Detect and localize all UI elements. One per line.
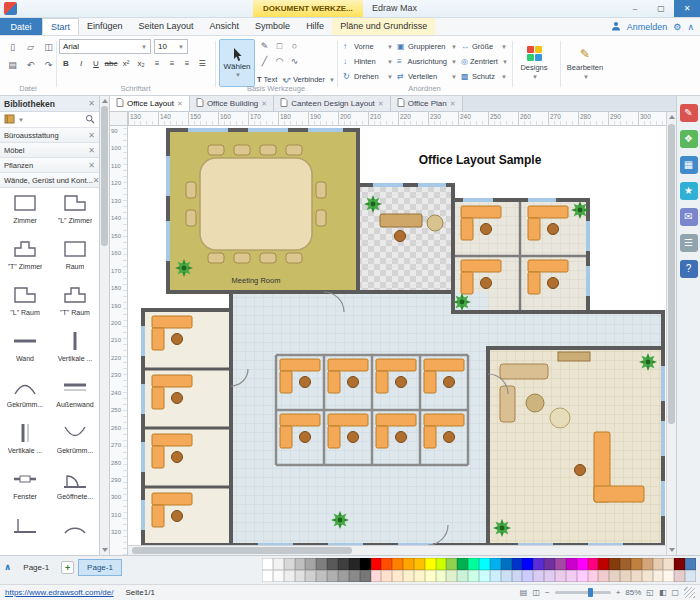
arrange-gruppieren-button[interactable]: ▣Gruppieren▼ — [395, 39, 459, 54]
color-swatch[interactable] — [371, 558, 382, 570]
color-swatch[interactable] — [631, 558, 642, 570]
zoom-slider-thumb[interactable] — [588, 588, 593, 597]
gear-icon[interactable]: ⚙ — [673, 22, 681, 32]
close-button[interactable]: ✕ — [674, 0, 700, 17]
color-swatch[interactable] — [609, 570, 620, 582]
italic-button[interactable]: I — [74, 57, 88, 71]
bullet-list-button[interactable]: ☰ — [195, 57, 209, 71]
website-link[interactable]: https://www.edrawsoft.com/de/ — [5, 588, 114, 597]
help-icon[interactable]: ? — [680, 260, 698, 278]
color-swatch[interactable] — [566, 558, 577, 570]
color-swatch[interactable] — [403, 570, 414, 582]
underline-button[interactable]: U — [89, 57, 103, 71]
align-center-button[interactable]: ≡ — [165, 57, 179, 71]
add-page-button[interactable]: + — [61, 561, 74, 574]
color-swatch[interactable] — [620, 570, 631, 582]
doc-tab-canteen-design-layout[interactable]: Canteen Design Layout✕ — [274, 96, 391, 111]
undo-icon[interactable]: ↶ — [23, 58, 38, 73]
menu-tab-start[interactable]: Start — [42, 18, 79, 35]
fullscreen-icon[interactable]: ▢ — [671, 588, 679, 597]
color-swatch[interactable] — [577, 570, 588, 582]
shape-gekr-mm[interactable]: Gekrümm... — [0, 372, 50, 418]
shape-vertikale[interactable]: Vertikale ... — [0, 418, 50, 464]
scrollbar-thumb[interactable] — [668, 124, 675, 424]
color-swatch[interactable] — [284, 570, 295, 582]
color-swatch[interactable] — [544, 570, 555, 582]
shape-ge-ffnete[interactable]: Geöffnete... — [50, 464, 99, 510]
arrange-verteilen-button[interactable]: ⇄Verteilen▼ — [395, 69, 459, 84]
shape-gekr-mm[interactable]: Gekrümm... — [50, 418, 99, 464]
color-swatch[interactable] — [295, 570, 306, 582]
menu-tab-symbole[interactable]: Symbole — [247, 18, 298, 35]
strikethrough-button[interactable]: abc — [104, 57, 118, 71]
color-swatch[interactable] — [555, 558, 566, 570]
color-swatch[interactable] — [262, 570, 273, 582]
subscript-button[interactable]: x₂ — [134, 57, 148, 71]
arrange-vorne-button[interactable]: ↑Vorne▼ — [341, 39, 395, 54]
arrange-zentriert-button[interactable]: ◎Zentriert▼ — [459, 54, 509, 69]
vertical-scrollbar[interactable] — [666, 112, 676, 555]
close-icon[interactable]: ✕ — [88, 131, 95, 140]
shape-zimmer[interactable]: Zimmer — [0, 188, 50, 234]
color-swatch[interactable] — [663, 570, 674, 582]
close-icon[interactable]: ✕ — [177, 100, 183, 108]
minimize-button[interactable]: – — [622, 0, 648, 17]
color-swatch[interactable] — [642, 570, 653, 582]
comment-icon[interactable]: ✉ — [680, 208, 698, 226]
print-icon[interactable]: ▤ — [5, 58, 20, 73]
color-swatch[interactable] — [425, 570, 436, 582]
doc-tab-office-building[interactable]: Office Building✕ — [190, 96, 274, 111]
color-swatch[interactable] — [653, 558, 664, 570]
color-swatch[interactable] — [468, 570, 479, 582]
shape-vertikale[interactable]: Vertikale ... — [50, 326, 99, 372]
line-tool-icon[interactable]: ╱ — [257, 54, 272, 69]
color-swatch[interactable] — [598, 570, 609, 582]
arc-tool-icon[interactable]: ◠ — [272, 54, 287, 69]
fit-page-icon[interactable]: ◱ — [646, 588, 654, 597]
shape-l-raum[interactable]: "L" Raum — [0, 280, 50, 326]
rectangle-tool-icon[interactable]: □ — [272, 39, 287, 54]
open-folder-icon[interactable]: ▱ — [23, 40, 38, 55]
color-swatch[interactable] — [284, 558, 295, 570]
bold-button[interactable]: B — [59, 57, 73, 71]
new-document-icon[interactable]: ▯ — [5, 40, 20, 55]
color-swatch[interactable] — [425, 558, 436, 570]
close-icon[interactable]: ✕ — [88, 146, 95, 155]
color-swatch[interactable] — [490, 570, 501, 582]
color-swatch[interactable] — [609, 558, 620, 570]
color-swatch[interactable] — [512, 558, 523, 570]
color-swatch[interactable] — [414, 558, 425, 570]
select-tool-button[interactable]: Wählen ▼ — [219, 39, 255, 87]
pen-tool-icon[interactable]: ✎ — [257, 39, 272, 54]
scrollbar-thumb[interactable] — [101, 106, 108, 246]
color-swatch[interactable] — [338, 558, 349, 570]
color-swatch[interactable] — [512, 570, 523, 582]
shape-raum[interactable]: Raum — [50, 234, 99, 280]
zoom-out-button[interactable]: − — [545, 588, 550, 597]
color-swatch[interactable] — [533, 558, 544, 570]
font-size-combo[interactable]: 10▼ — [154, 39, 188, 54]
color-swatch[interactable] — [338, 570, 349, 582]
shape-fenster[interactable]: Fenster — [0, 464, 50, 510]
layer-icon[interactable]: ☰ — [680, 234, 698, 252]
maximize-button[interactable]: ▢ — [648, 0, 674, 17]
drawing-page[interactable]: Office Layout Sample Meeting Room — [128, 126, 666, 545]
shape-t-raum[interactable]: "T" Raum — [50, 280, 99, 326]
library-category-m-bel[interactable]: Möbel✕ — [0, 143, 99, 158]
horizontal-scrollbar[interactable] — [128, 545, 666, 555]
color-swatch[interactable] — [392, 558, 403, 570]
ellipse-tool-icon[interactable]: ○ — [287, 39, 302, 54]
shape-l-zimmer[interactable]: "L" Zimmer — [50, 188, 99, 234]
color-swatch[interactable] — [305, 558, 316, 570]
color-swatch[interactable] — [381, 558, 392, 570]
color-swatch[interactable] — [468, 558, 479, 570]
color-swatch[interactable] — [566, 570, 577, 582]
color-swatch[interactable] — [403, 558, 414, 570]
designs-button[interactable]: Designs ▼ — [514, 39, 554, 87]
menu-tab-einf-gen[interactable]: Einfügen — [79, 18, 131, 35]
align-right-button[interactable]: ≡ — [180, 57, 194, 71]
edit-button[interactable]: ✎ Bearbeiten ▼ — [562, 39, 608, 87]
color-swatch[interactable] — [305, 570, 316, 582]
color-swatch[interactable] — [392, 570, 403, 582]
close-icon[interactable]: ✕ — [378, 100, 384, 108]
